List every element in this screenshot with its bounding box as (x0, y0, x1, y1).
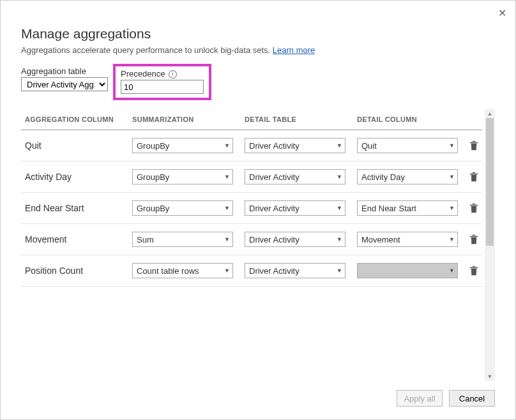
detail-column-select[interactable]: Quit▼ (357, 138, 458, 153)
summarization-select-value: GroupBy (137, 141, 169, 151)
detail-table-select-value: Driver Activity (249, 141, 300, 151)
chevron-down-icon: ▼ (449, 205, 455, 211)
agg-column-name: Movement (21, 224, 128, 255)
table-row: QuitGroupBy▼Driver Activity▼Quit▼ (21, 130, 482, 161)
scroll-up-icon[interactable]: ▲ (485, 109, 495, 118)
summarization-select[interactable]: GroupBy▼ (132, 169, 233, 184)
delete-icon[interactable] (469, 172, 478, 182)
chevron-down-icon: ▼ (337, 267, 342, 274)
delete-icon[interactable] (469, 203, 478, 213)
chevron-down-icon: ▼ (337, 205, 342, 211)
dialog-title: Manage aggregations (21, 26, 495, 41)
chevron-down-icon: ▼ (449, 267, 455, 274)
manage-aggregations-dialog: ✕ Manage aggregations Aggregations accel… (1, 1, 515, 419)
detail-table-select-value: Driver Activity (249, 204, 300, 213)
scrollbar[interactable]: ▲ ▼ (485, 109, 495, 381)
detail-column-select-value: End Near Start (361, 204, 416, 213)
aggregations-table: AGGREGATION COLUMN SUMMARIZATION DETAIL … (21, 109, 482, 287)
chevron-down-icon: ▼ (449, 236, 455, 243)
info-icon[interactable]: i (169, 70, 177, 79)
detail-column-select[interactable]: End Near Start▼ (357, 200, 458, 216)
header-detail-column: DETAIL COLUMN (353, 109, 466, 130)
detail-table-select[interactable]: Driver Activity▼ (245, 263, 345, 278)
detail-column-select[interactable]: Activity Day▼ (357, 169, 458, 184)
table-row: End Near StartGroupBy▼Driver Activity▼En… (21, 193, 482, 224)
chevron-down-icon: ▼ (224, 205, 230, 211)
summarization-select[interactable]: Sum▼ (132, 232, 233, 247)
table-row: Activity DayGroupBy▼Driver Activity▼Acti… (21, 161, 482, 193)
cancel-button[interactable]: Cancel (449, 390, 495, 407)
scroll-thumb[interactable] (486, 118, 494, 246)
aggregation-table-group: Aggregation table Driver Activity Agg2 (21, 66, 108, 91)
aggregation-table-select[interactable]: Driver Activity Agg2 (21, 77, 108, 91)
apply-all-button[interactable]: Apply all (397, 390, 443, 407)
header-detail-table: DETAIL TABLE (241, 109, 353, 130)
delete-icon[interactable] (469, 266, 478, 276)
detail-column-select-value: Movement (361, 235, 400, 244)
chevron-down-icon: ▼ (337, 236, 342, 243)
detail-column-select-value: Quit (361, 141, 377, 151)
detail-table-select[interactable]: Driver Activity▼ (245, 138, 345, 153)
detail-table-select[interactable]: Driver Activity▼ (245, 200, 345, 216)
delete-icon[interactable] (469, 140, 478, 151)
chevron-down-icon: ▼ (337, 142, 342, 149)
dialog-footer: Apply all Cancel (21, 381, 495, 407)
chevron-down-icon: ▼ (337, 174, 342, 180)
summarization-select[interactable]: GroupBy▼ (132, 138, 233, 153)
detail-table-select-value: Driver Activity (249, 172, 300, 182)
chevron-down-icon: ▼ (449, 142, 455, 149)
subtitle-text: Aggregations accelerate query performanc… (21, 45, 273, 55)
detail-column-select[interactable]: Movement▼ (357, 232, 458, 247)
chevron-down-icon: ▼ (224, 174, 230, 180)
precedence-input[interactable] (121, 80, 204, 94)
precedence-highlight: Precedence i (113, 64, 211, 100)
summarization-select-value: GroupBy (137, 204, 169, 213)
summarization-select[interactable]: GroupBy▼ (132, 200, 233, 216)
table-row: MovementSum▼Driver Activity▼Movement▼ (21, 224, 482, 255)
summarization-select-value: GroupBy (137, 172, 169, 182)
detail-table-select[interactable]: Driver Activity▼ (245, 232, 345, 247)
aggregations-table-area: AGGREGATION COLUMN SUMMARIZATION DETAIL … (21, 109, 495, 381)
chevron-down-icon: ▼ (224, 236, 230, 243)
header-agg-column: AGGREGATION COLUMN (21, 109, 128, 130)
agg-column-name: Quit (21, 130, 128, 161)
detail-column-select[interactable]: ▼ (357, 263, 458, 278)
summarization-select-value: Sum (137, 235, 154, 244)
summarization-select[interactable]: Count table rows▼ (132, 263, 233, 278)
agg-column-name: End Near Start (21, 193, 128, 224)
close-icon[interactable]: ✕ (498, 7, 506, 19)
detail-table-select-value: Driver Activity (249, 235, 300, 244)
agg-column-name: Activity Day (21, 161, 128, 193)
precedence-label: Precedence i (121, 69, 204, 79)
learn-more-link[interactable]: Learn more (273, 45, 315, 55)
dialog-subtitle: Aggregations accelerate query performanc… (21, 45, 495, 55)
chevron-down-icon: ▼ (224, 267, 230, 274)
detail-column-select-value: Activity Day (361, 172, 405, 182)
summarization-select-value: Count table rows (137, 266, 199, 276)
controls-row: Aggregation table Driver Activity Agg2 P… (21, 66, 495, 100)
aggregation-table-label: Aggregation table (21, 66, 108, 76)
chevron-down-icon: ▼ (224, 142, 230, 149)
table-row: Position CountCount table rows▼Driver Ac… (21, 255, 482, 287)
agg-column-name: Position Count (21, 255, 128, 287)
header-summarization: SUMMARIZATION (128, 109, 241, 130)
scroll-down-icon[interactable]: ▼ (485, 372, 495, 381)
detail-table-select[interactable]: Driver Activity▼ (245, 169, 345, 184)
detail-table-select-value: Driver Activity (249, 266, 300, 276)
delete-icon[interactable] (469, 234, 478, 244)
chevron-down-icon: ▼ (449, 174, 455, 180)
